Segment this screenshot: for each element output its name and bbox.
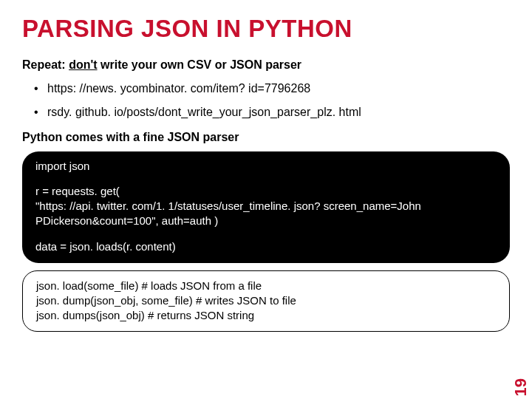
subhead-emph: don't bbox=[69, 58, 97, 71]
bullet-list: https: //news. ycombinator. com/item? id… bbox=[34, 82, 510, 119]
bullet-item: https: //news. ycombinator. com/item? id… bbox=[34, 82, 510, 95]
code-line: json. dump(json_obj, some_file) # writes… bbox=[36, 293, 496, 308]
bullet-item: rsdy. github. io/posts/dont_write_your_j… bbox=[34, 106, 510, 119]
subhead-repeat: Repeat: don't write your own CSV or JSON… bbox=[22, 58, 510, 72]
code-line: data = json. loads(r. content) bbox=[35, 239, 497, 254]
code-line: r = requests. get( bbox=[35, 184, 497, 199]
code-line: PDickerson&count=100", auth=auth ) bbox=[35, 214, 497, 228]
code-line: import json bbox=[35, 159, 497, 174]
page-number: 19 bbox=[511, 378, 531, 396]
code-para: r = requests. get( "https: //api. twitte… bbox=[35, 184, 497, 229]
code-line: "https: //api. twitter. com/1. 1/statuse… bbox=[35, 199, 497, 214]
subhead-suffix: write your own CSV or JSON parser bbox=[98, 58, 302, 71]
slide-title: PARSING JSON IN PYTHON bbox=[22, 16, 510, 42]
code-line: json. dumps(json_obj) # returns JSON str… bbox=[36, 308, 496, 323]
code-block-dark: import json r = requests. get( "https: /… bbox=[22, 151, 510, 263]
code-line: json. load(some_file) # loads JSON from … bbox=[36, 279, 496, 293]
subhead-prefix: Repeat: bbox=[22, 58, 69, 71]
subhead-fine-parser: Python comes with a fine JSON parser bbox=[22, 131, 510, 144]
code-block-light: json. load(some_file) # loads JSON from … bbox=[22, 270, 510, 332]
